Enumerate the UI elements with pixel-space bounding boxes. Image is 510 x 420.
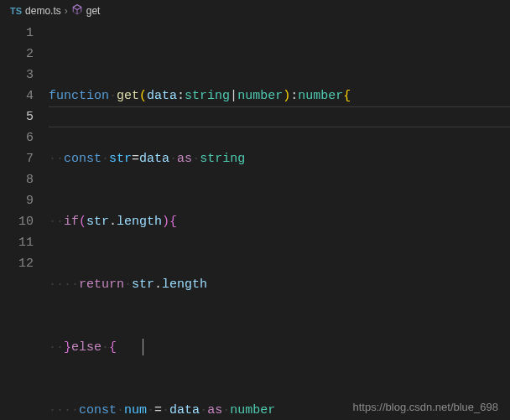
breadcrumb-symbol[interactable]: get xyxy=(86,5,101,17)
line-number: 2 xyxy=(0,44,34,65)
text-cursor xyxy=(143,339,143,355)
active-line-highlight xyxy=(49,106,510,127)
line-number: 9 xyxy=(0,190,34,211)
line-number: 3 xyxy=(0,65,34,86)
line-number: 10 xyxy=(0,211,34,232)
typescript-icon: TS xyxy=(10,6,22,16)
line-number: 8 xyxy=(0,169,34,190)
line-number: 6 xyxy=(0,127,34,148)
line-number: 1 xyxy=(0,23,34,44)
line-number: 5 xyxy=(0,106,34,127)
breadcrumb[interactable]: TS demo.ts › get xyxy=(0,0,510,21)
code-content[interactable]: function·get(data:string|number):number{… xyxy=(49,23,510,420)
line-gutter: 1 2 3 4 5 6 7 8 9 10 11 12 xyxy=(0,23,49,420)
watermark: https://blog.csdn.net/blue_698 xyxy=(353,401,498,413)
line-number: 12 xyxy=(0,253,34,274)
line-number: 11 xyxy=(0,232,34,253)
line-number: 4 xyxy=(0,86,34,106)
line-number: 7 xyxy=(0,148,34,169)
chevron-right-icon: › xyxy=(65,5,68,17)
breadcrumb-file[interactable]: demo.ts xyxy=(25,5,61,17)
symbol-method-icon xyxy=(71,3,83,18)
code-editor[interactable]: 1 2 3 4 5 6 7 8 9 10 11 12 function·get(… xyxy=(0,21,510,420)
